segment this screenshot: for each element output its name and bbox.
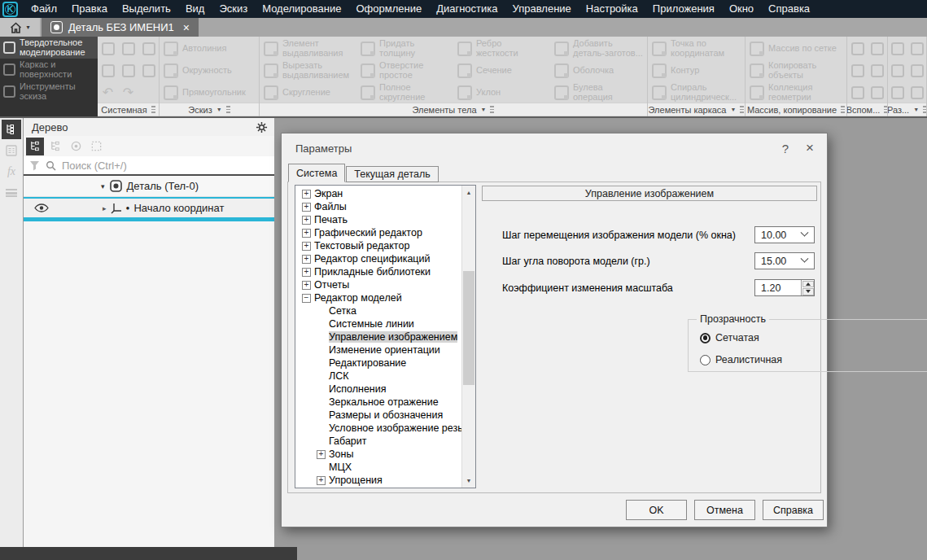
ok-button[interactable]: OK xyxy=(626,500,687,520)
aux-axis-icon[interactable] xyxy=(871,42,884,55)
open-document-icon[interactable] xyxy=(122,42,135,55)
draft-tool[interactable]: Уклон xyxy=(453,81,550,103)
gear-icon[interactable] xyxy=(256,121,268,133)
expand-plus-icon[interactable]: + xyxy=(302,229,311,238)
settings-tree-item[interactable]: ЛСК xyxy=(295,370,461,383)
drag-grip-icon[interactable] xyxy=(151,106,155,114)
shell-tool[interactable]: Оболочка xyxy=(550,59,647,81)
expand-plus-icon[interactable]: + xyxy=(317,476,326,485)
expand-plus-icon[interactable]: + xyxy=(302,190,311,199)
dialog-help-icon[interactable]: ? xyxy=(773,142,798,155)
drag-grip-icon[interactable] xyxy=(740,106,744,114)
section-tool[interactable]: Сечение xyxy=(453,59,550,81)
unfold-icon[interactable] xyxy=(911,86,924,99)
radio-unchecked-icon[interactable] xyxy=(700,355,711,365)
variables-fx-icon[interactable]: fx xyxy=(2,162,21,182)
settings-tree-item[interactable]: +Графический редактор xyxy=(295,226,461,239)
local-cs-icon[interactable] xyxy=(871,64,884,77)
drag-grip-icon[interactable] xyxy=(226,106,230,114)
spin-down-icon[interactable] xyxy=(802,288,814,295)
settings-tree-item[interactable]: +Файлы xyxy=(295,200,461,213)
settings-tree-item[interactable]: Системные линии xyxy=(295,317,461,330)
menu-item[interactable]: Эскиз xyxy=(212,0,255,18)
search-input[interactable] xyxy=(62,160,274,172)
drag-grip-icon[interactable] xyxy=(490,106,494,114)
tree-structure-icon[interactable] xyxy=(26,138,44,155)
settings-tree-item[interactable]: Редактирование xyxy=(295,357,461,370)
redo-icon[interactable]: ↷ xyxy=(123,86,133,99)
collapse-caret-icon[interactable]: ▸ xyxy=(103,204,107,212)
close-tab-icon[interactable]: × xyxy=(183,21,190,34)
settings-tree-item[interactable]: Управление изображением xyxy=(295,330,461,343)
settings-tree-item[interactable]: +Зоны xyxy=(295,448,461,461)
radio-option[interactable]: Сетчатая xyxy=(700,331,759,344)
document-tab[interactable]: Деталь БЕЗ ИМЕНИ1 × xyxy=(42,18,199,37)
section-display-icon[interactable] xyxy=(911,42,924,55)
add-stock-part-tool[interactable]: Добавить деталь-заготов... xyxy=(550,37,647,59)
chevron-down-icon[interactable]: ▼ xyxy=(481,107,487,112)
aux-line-icon[interactable] xyxy=(851,86,864,99)
exploded-view-icon[interactable] xyxy=(891,42,904,55)
collapse-minus-icon[interactable]: − xyxy=(302,294,311,303)
spec-panel-icon[interactable] xyxy=(2,141,21,160)
dialog-close-icon[interactable]: × xyxy=(798,140,822,156)
menu-item[interactable]: Управление xyxy=(505,0,579,18)
tree-item-part[interactable]: ▾ Деталь (Тел-0) xyxy=(24,176,274,197)
mode-wireframe-surfaces[interactable]: Каркас и поверхности xyxy=(0,59,98,81)
settings-tree-item[interactable]: +Прикладные библиотеки xyxy=(295,265,461,278)
help-button[interactable]: Справка xyxy=(763,500,824,520)
autoline-tool[interactable]: Автолиния xyxy=(160,37,259,59)
menu-item[interactable]: Файл xyxy=(24,0,64,18)
settings-tree-item[interactable]: Размеры и обозначения xyxy=(295,409,461,422)
settings-tree-item[interactable]: Габарит xyxy=(295,435,461,448)
tab-active[interactable]: Система xyxy=(288,164,345,182)
settings-tree-item[interactable]: +Упрощения xyxy=(295,474,461,487)
settings-tree-item[interactable]: +Печать xyxy=(295,213,461,226)
contour-tool[interactable]: Контур xyxy=(648,59,745,81)
expand-caret-icon[interactable]: ▾ xyxy=(101,182,105,190)
dialog-titlebar[interactable]: Параметры ? × xyxy=(282,133,827,163)
hide-parts-icon[interactable] xyxy=(911,64,924,77)
print-preview-icon[interactable] xyxy=(122,64,135,77)
settings-tree-item[interactable]: Исполнения xyxy=(295,383,461,396)
mode-sketch-tools[interactable]: Инструменты эскиза xyxy=(0,81,98,103)
simple-hole-tool[interactable]: Отверстие простое xyxy=(356,59,453,81)
drag-grip-icon[interactable] xyxy=(841,106,845,114)
copy-objects-tool[interactable]: Копировать объекты xyxy=(746,59,846,81)
settings-tree-item[interactable]: Условное изображение резьбы xyxy=(295,422,461,435)
settings-tree-item[interactable]: +Экран xyxy=(295,187,461,200)
tree-item-origin[interactable]: ▸ ● Начало координат xyxy=(24,197,274,219)
expand-plus-icon[interactable]: + xyxy=(302,242,311,251)
zones-icon[interactable] xyxy=(891,64,904,77)
chevron-down-icon[interactable] xyxy=(801,229,809,237)
cut-extrude-tool[interactable]: Вырезать выдавливанием xyxy=(260,59,356,81)
scroll-down-icon[interactable]: ▼ xyxy=(462,474,475,488)
combo-box[interactable]: 15.00 xyxy=(754,252,815,269)
menu-item[interactable]: Приложения xyxy=(645,0,722,18)
expand-plus-icon[interactable]: + xyxy=(302,203,311,212)
print-icon[interactable] xyxy=(102,64,115,77)
drag-grip-icon[interactable] xyxy=(923,106,926,114)
simplify-display-icon[interactable] xyxy=(891,86,904,99)
visibility-eye-icon[interactable] xyxy=(34,203,49,212)
expand-plus-icon[interactable]: + xyxy=(302,255,311,264)
cylindrical-spiral-tool[interactable]: Спираль цилиндрическ... xyxy=(648,81,745,103)
expand-plus-icon[interactable]: + xyxy=(302,216,311,225)
settings-tree-item[interactable]: −Редактор моделей xyxy=(295,291,461,304)
menu-item[interactable]: Оформление xyxy=(348,0,429,18)
chevron-down-icon[interactable]: ▼ xyxy=(913,107,919,112)
point-by-coordinates-tool[interactable]: Точка по координатам xyxy=(648,37,745,59)
spin-up-icon[interactable] xyxy=(802,281,814,288)
fillet-tool[interactable]: Скругление xyxy=(260,81,356,103)
expand-plus-icon[interactable]: + xyxy=(302,281,311,290)
mode-solid-modeling[interactable]: Твердотельное моделирование xyxy=(0,37,98,59)
kompas-logo-icon[interactable]: K xyxy=(2,2,18,17)
expand-plus-icon[interactable]: + xyxy=(302,268,311,277)
offset-plane-icon[interactable] xyxy=(851,64,864,77)
menu-item[interactable]: Справка xyxy=(761,0,817,18)
new-document-icon[interactable] xyxy=(102,42,115,55)
menu-hamburger-icon[interactable] xyxy=(2,183,21,203)
settings-tree-scrollbar[interactable]: ▲ ▼ xyxy=(461,186,475,488)
thicken-tool[interactable]: Придать толщину xyxy=(356,37,453,59)
expand-plus-icon[interactable]: + xyxy=(317,450,326,459)
